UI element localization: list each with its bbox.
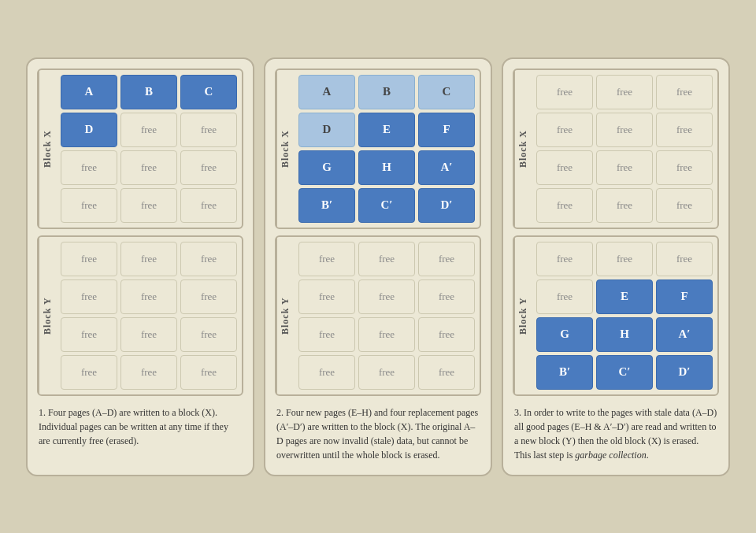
cell-blockX-7: H: [358, 150, 415, 185]
cell-blockX-8: free: [656, 150, 713, 185]
grid-blockX: ABCDfreefreefreefreefreefreefreefree: [56, 70, 242, 228]
cell-blockX-3: D: [298, 113, 355, 147]
cell-blockX-4: E: [358, 113, 415, 147]
cell-blockY-2: free: [656, 242, 713, 276]
cell-blockX-10: free: [120, 188, 177, 223]
cell-blockY-0: free: [536, 242, 593, 276]
block-section-blockY: Block YfreefreefreefreeEFGHA′B′C′D′: [513, 235, 719, 396]
cell-blockY-3: free: [61, 279, 117, 314]
cell-blockY-10: free: [358, 355, 415, 390]
cell-blockX-9: free: [536, 188, 593, 223]
caption-1: 1. Four pages (A–D) are written to a blo…: [37, 402, 243, 451]
cell-blockX-10: C′: [358, 188, 415, 223]
cell-blockY-9: free: [298, 355, 355, 390]
cell-blockX-11: free: [656, 188, 713, 223]
panel-3: Block Xfreefreefreefreefreefreefreefreef…: [502, 57, 730, 476]
cell-blockX-9: free: [61, 188, 117, 223]
cell-blockX-10: free: [596, 188, 653, 223]
cell-blockY-1: free: [596, 242, 653, 276]
panel-2: Block XABCDEFGHA′B′C′D′Block Yfreefreefr…: [264, 57, 492, 476]
cell-blockY-6: G: [536, 317, 593, 352]
cell-blockX-5: free: [180, 113, 237, 147]
block-section-blockY: Block Yfreefreefreefreefreefreefreefreef…: [275, 235, 481, 396]
cell-blockX-6: free: [536, 150, 593, 185]
cell-blockY-7: free: [358, 317, 415, 352]
cell-blockX-0: free: [536, 75, 593, 109]
cell-blockX-0: A: [61, 75, 117, 109]
cell-blockX-4: free: [120, 113, 177, 147]
cell-blockY-9: free: [61, 355, 117, 390]
cell-blockY-11: free: [418, 355, 475, 390]
main-container: Block XABCDfreefreefreefreefreefreefreef…: [13, 45, 743, 489]
block-label-blockY: Block Y: [276, 237, 294, 394]
cell-blockX-9: B′: [298, 188, 355, 223]
cell-blockY-4: E: [596, 279, 653, 314]
cell-blockX-5: F: [418, 113, 475, 147]
cell-blockX-8: free: [180, 150, 237, 185]
grid-blockX: ABCDEFGHA′B′C′D′: [294, 70, 480, 228]
cell-blockX-2: C: [180, 75, 237, 109]
caption-2: 2. Four new pages (E–H) and four replace…: [275, 402, 481, 465]
caption-3: 3. In order to write to the pages with s…: [513, 402, 719, 465]
cell-blockX-6: free: [61, 150, 117, 185]
cell-blockX-8: A′: [418, 150, 475, 185]
cell-blockX-1: free: [596, 75, 653, 109]
block-section-blockX: Block XABCDfreefreefreefreefreefreefreef…: [37, 68, 243, 229]
cell-blockY-11: free: [180, 355, 237, 390]
cell-blockX-7: free: [120, 150, 177, 185]
cell-blockY-10: C′: [596, 355, 653, 390]
cell-blockY-8: free: [180, 317, 237, 352]
block-section-blockX: Block Xfreefreefreefreefreefreefreefreef…: [513, 68, 719, 229]
cell-blockY-8: free: [418, 317, 475, 352]
panel-1: Block XABCDfreefreefreefreefreefreefreef…: [26, 57, 254, 476]
cell-blockY-8: A′: [656, 317, 713, 352]
cell-blockY-0: free: [298, 242, 355, 276]
cell-blockX-3: free: [536, 113, 593, 147]
cell-blockY-5: F: [656, 279, 713, 314]
block-section-blockY: Block Yfreefreefreefreefreefreefreefreef…: [37, 235, 243, 396]
block-label-blockY: Block Y: [514, 237, 532, 394]
block-section-blockX: Block XABCDEFGHA′B′C′D′: [275, 68, 481, 229]
cell-blockX-7: free: [596, 150, 653, 185]
cell-blockX-3: D: [61, 113, 117, 147]
cell-blockX-11: free: [180, 188, 237, 223]
block-label-blockX: Block X: [39, 70, 56, 228]
cell-blockY-3: free: [298, 279, 355, 314]
cell-blockY-9: B′: [536, 355, 593, 390]
cell-blockY-1: free: [358, 242, 415, 276]
cell-blockY-6: free: [298, 317, 355, 352]
cell-blockY-10: free: [120, 355, 177, 390]
cell-blockY-11: D′: [656, 355, 713, 390]
grid-blockX: freefreefreefreefreefreefreefreefreefree…: [532, 70, 717, 228]
cell-blockX-1: B: [358, 75, 415, 109]
cell-blockY-1: free: [120, 242, 177, 276]
cell-blockX-11: D′: [418, 188, 475, 223]
cell-blockX-1: B: [120, 75, 177, 109]
block-label-blockX: Block X: [276, 70, 294, 228]
cell-blockX-2: free: [656, 75, 713, 109]
cell-blockY-7: free: [120, 317, 177, 352]
block-label-blockX: Block X: [514, 70, 532, 228]
grid-blockY: freefreefreefreeEFGHA′B′C′D′: [532, 237, 717, 394]
cell-blockY-6: free: [61, 317, 117, 352]
cell-blockY-0: free: [61, 242, 117, 276]
cell-blockY-5: free: [180, 279, 237, 314]
cell-blockY-4: free: [358, 279, 415, 314]
cell-blockY-7: H: [596, 317, 653, 352]
cell-blockY-2: free: [418, 242, 475, 276]
cell-blockX-6: G: [298, 150, 355, 185]
cell-blockY-5: free: [418, 279, 475, 314]
grid-blockY: freefreefreefreefreefreefreefreefreefree…: [56, 237, 242, 394]
cell-blockY-2: free: [180, 242, 237, 276]
cell-blockX-2: C: [418, 75, 475, 109]
cell-blockX-4: free: [596, 113, 653, 147]
cell-blockY-3: free: [536, 279, 593, 314]
cell-blockX-0: A: [298, 75, 355, 109]
cell-blockX-5: free: [656, 113, 713, 147]
block-label-blockY: Block Y: [39, 237, 56, 394]
grid-blockY: freefreefreefreefreefreefreefreefreefree…: [294, 237, 480, 394]
cell-blockY-4: free: [120, 279, 177, 314]
